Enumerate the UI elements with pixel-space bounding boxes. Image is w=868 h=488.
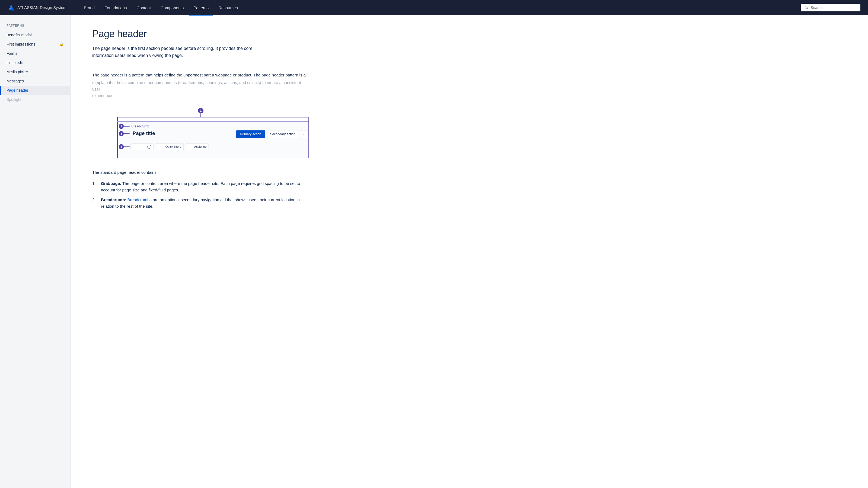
page-description-2: template that helps combine other compon… — [92, 79, 309, 99]
body-section: The standard page header contains: 1. Gr… — [92, 169, 309, 209]
sidebar-item-spotlight: Spotlight — [0, 95, 70, 104]
sidebar-section-label: PATTERNS — [0, 24, 70, 30]
nav-links: Brand Foundations Content Components Pat… — [80, 3, 801, 12]
page-header-diagram: 1 2 Breadcrumb 3 Page title Pr — [92, 108, 309, 158]
sidebar-item-page-header[interactable]: Page header — [0, 86, 70, 95]
top-navigation: ATLASSIAN Design System Brand Foundation… — [0, 0, 868, 15]
nav-brand[interactable]: Brand — [80, 3, 99, 12]
body-text: The standard page header contains: — [92, 169, 309, 176]
svg-text:Page title: Page title — [133, 131, 155, 136]
page-title: Page header — [92, 28, 309, 40]
svg-text:···: ··· — [303, 133, 305, 136]
search-input[interactable] — [810, 5, 857, 10]
nav-content[interactable]: Content — [132, 3, 155, 12]
page-subtitle: The page header is the first section peo… — [92, 45, 282, 59]
logo-text: ATLASSIAN Design System — [18, 5, 66, 10]
search-box[interactable] — [801, 4, 860, 11]
atlassian-logo-icon — [8, 4, 14, 11]
svg-text:2: 2 — [120, 125, 122, 128]
svg-text:1: 1 — [200, 109, 202, 112]
nav-patterns[interactable]: Patterns — [189, 3, 213, 12]
sidebar: PATTERNS Benefits modal First impression… — [0, 15, 70, 488]
svg-text:▾: ▾ — [205, 146, 207, 149]
sidebar-item-first-impressions[interactable]: First impressions 🔒 — [0, 40, 70, 49]
svg-text:Assignee: Assignee — [194, 145, 207, 148]
nav-components[interactable]: Components — [156, 3, 188, 12]
sidebar-item-messages[interactable]: Messages — [0, 76, 70, 86]
list-item-1: 1. Grid/page: The page or content area w… — [92, 180, 309, 193]
search-icon — [805, 5, 808, 10]
svg-text:3: 3 — [120, 132, 122, 135]
svg-text:Primary action: Primary action — [240, 133, 261, 136]
svg-text:▾: ▾ — [180, 146, 182, 149]
svg-text:5: 5 — [120, 145, 122, 149]
search-area — [801, 4, 860, 11]
lock-icon: 🔒 — [59, 42, 64, 46]
svg-rect-28 — [130, 143, 153, 150]
sidebar-item-media-picker[interactable]: Media picker — [0, 67, 70, 76]
sidebar-item-benefits-modal[interactable]: Benefits modal — [0, 30, 70, 40]
nav-foundations[interactable]: Foundations — [100, 3, 131, 12]
list-item-2: 2. Breadcrumb: Breadcrumbs are an option… — [92, 197, 309, 209]
svg-text:Quick filters: Quick filters — [165, 145, 182, 148]
breadcrumbs-link[interactable]: Breadcrumbs — [127, 197, 152, 202]
nav-resources[interactable]: Resources — [214, 3, 242, 12]
page-description-1: The page header is a pattern that helps … — [92, 72, 309, 78]
svg-text:Secondary action: Secondary action — [270, 133, 296, 136]
svg-text:Breadcrumb: Breadcrumb — [131, 124, 149, 128]
sidebar-item-forms[interactable]: Forms — [0, 49, 70, 58]
page-layout: PATTERNS Benefits modal First impression… — [0, 15, 868, 488]
logo-area[interactable]: ATLASSIAN Design System — [8, 4, 66, 11]
main-content: Page header The page header is the first… — [70, 15, 331, 488]
sidebar-item-inline-edit[interactable]: Inline edit — [0, 58, 70, 67]
diagram-wrapper: 1 2 Breadcrumb 3 Page title Pr — [92, 108, 309, 159]
